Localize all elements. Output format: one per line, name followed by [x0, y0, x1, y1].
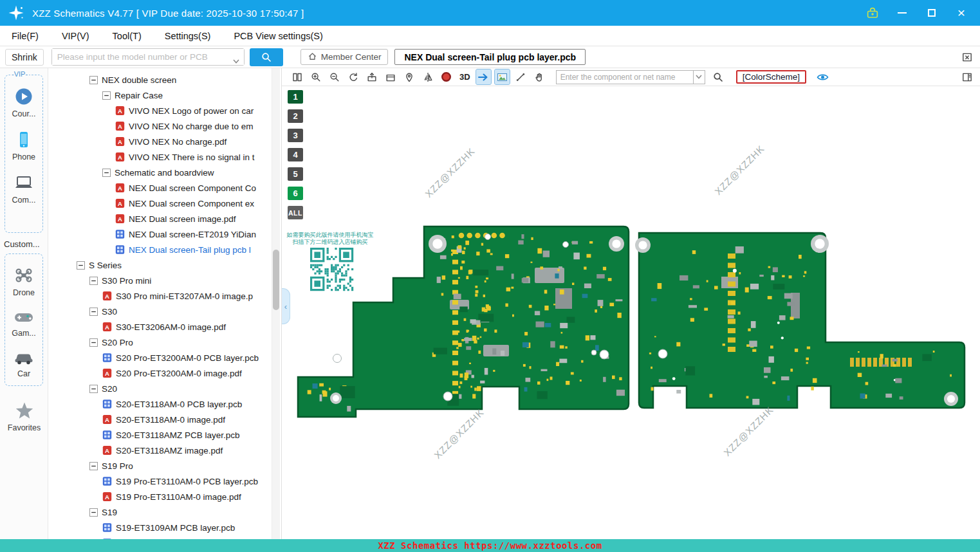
svg-text:A: A [105, 293, 109, 300]
tree-item-s30-pro-mini-et3207am-0-image-p[interactable]: AS30 Pro mini-ET3207AM-0 image.p [49, 288, 270, 304]
tree-item-s30-pro-mini[interactable]: S30 Pro mini [49, 273, 270, 288]
rail-item-com[interactable]: Com... [12, 173, 36, 205]
tree-item-s19[interactable]: S19 [49, 504, 270, 520]
rail-item-car[interactable]: Car [12, 349, 36, 378]
layer-button-4[interactable]: 4 [288, 148, 303, 161]
tree-item-s20-et3118amz-image-pdf[interactable]: AS20-ET3118AMZ image.pdf [49, 443, 270, 458]
rail-item-drone[interactable]: Drone [12, 266, 36, 297]
layer-button-2[interactable]: 2 [288, 109, 303, 123]
expander-minus-icon[interactable] [89, 277, 98, 285]
expander-minus-icon[interactable] [102, 169, 111, 177]
tree-item-s20[interactable]: S20 [49, 381, 270, 396]
chevron-down-icon[interactable] [693, 71, 705, 84]
expander-minus-icon[interactable] [77, 261, 85, 270]
flip-horizontal-icon[interactable] [420, 69, 435, 84]
tree-scrollbar[interactable] [272, 68, 280, 539]
tree-item-nex-dual-screen-component-ex[interactable]: ANEX Dual screen Component ex [49, 196, 270, 211]
3d-button[interactable]: 3D [458, 72, 472, 82]
menu-item-file[interactable]: File(F) [12, 31, 39, 41]
eye-icon[interactable] [817, 73, 829, 82]
split-view-icon[interactable] [290, 69, 304, 84]
layer-button-6[interactable]: 6 [288, 187, 303, 200]
net-search-input[interactable] [557, 71, 705, 84]
image-tool-icon[interactable] [495, 69, 510, 84]
search-button[interactable] [250, 48, 283, 66]
tree-item-s30[interactable]: S30 [49, 304, 270, 319]
close-button[interactable]: × [956, 7, 967, 19]
tree-item-nex-dual-screen-image-pdf[interactable]: ANEX Dual screen image.pdf [49, 211, 270, 226]
tree-item-vivo-nex-no-charge-pdf[interactable]: AVIVO NEX No charge.pdf [49, 134, 270, 149]
svg-text:XZZ@XZZHK: XZZ@XZZHK [432, 407, 486, 461]
chevron-down-icon[interactable] [233, 55, 239, 66]
close-panel-icon[interactable] [962, 52, 972, 62]
zoom-out-icon[interactable] [327, 69, 342, 84]
tree-item-label: Schematic and boardview [115, 168, 214, 178]
tree-item-schematic-and-boardview[interactable]: Schematic and boardview [49, 165, 270, 180]
layer-button-3[interactable]: 3 [288, 129, 303, 142]
lens-icon[interactable] [439, 69, 454, 84]
tree-item-nex-dual-screen-tail-plug-pcb-l[interactable]: NEX Dual screen-Tail plug pcb l [49, 242, 270, 257]
pan-tool-icon[interactable] [532, 69, 547, 84]
svg-text:XZZ@XZZHK: XZZ@XZZHK [423, 145, 477, 199]
expander-minus-icon[interactable] [102, 91, 111, 100]
tree-item-s20-pro[interactable]: S20 Pro [49, 335, 270, 350]
layer-button-5[interactable]: 5 [288, 167, 303, 181]
zoom-reset-icon[interactable] [346, 69, 360, 84]
tree-item-s-series[interactable]: S Series [49, 257, 270, 273]
pcb-canvas[interactable]: 如需要购买此版件请使用手机淘宝扫描下方二维码进入店铺购买XZZ@XZZHKXZZ… [282, 86, 980, 539]
tree-item-vivo-nex-there-is-no-signal-in-t[interactable]: AVIVO NEX There is no signal in t [49, 149, 270, 165]
tree-scrollbar-thumb[interactable] [273, 250, 279, 310]
tree-item-nex-dual-screen-et2019-yidian[interactable]: NEX Dual screen-ET2019 YiDian [49, 226, 270, 242]
tree-item-s20-et3118am-0-image-pdf[interactable]: AS20-ET3118AM-0 image.pdf [49, 412, 270, 427]
tree-item-vivo-nex-logo-of-power-on-car[interactable]: AVIVO NEX Logo of power on car [49, 103, 270, 118]
layer-button-1[interactable]: 1 [288, 90, 303, 104]
menu-item-settings[interactable]: Settings(S) [165, 31, 211, 41]
maximize-button[interactable] [926, 7, 938, 19]
pdf-file-icon: A [115, 152, 125, 162]
rail-item-favorites[interactable]: Favorites [0, 401, 48, 432]
expander-minus-icon[interactable] [89, 338, 98, 347]
expander-minus-icon[interactable] [89, 508, 98, 517]
expander-minus-icon[interactable] [89, 76, 98, 84]
tree-item-s20-pro-et3200am-0-image-pdf[interactable]: AS20 Pro-ET3200AM-0 image.pdf [49, 365, 270, 381]
expander-minus-icon[interactable] [89, 462, 98, 470]
tree-item-s20-et3118am-0-pcb-layer-pcb[interactable]: S20-ET3118AM-0 PCB layer.pcb [49, 396, 270, 412]
shrink-button[interactable]: Shrink [5, 49, 44, 66]
arrow-tool-icon[interactable] [476, 69, 491, 84]
rail-item-phone[interactable]: Phone [12, 130, 36, 161]
expander-minus-icon[interactable] [89, 385, 98, 393]
minimize-button[interactable] [896, 7, 908, 19]
tree-item-vivo-nex-no-charge-due-to-em[interactable]: AVIVO NEX No charge due to em [49, 118, 270, 134]
tree-item-repair-case[interactable]: Repair Case [49, 87, 270, 103]
document-tab[interactable]: NEX Dual screen-Tail plug pcb layer.pcb [394, 49, 586, 65]
tree-item-nex-dual-screen-component-co[interactable]: ANEX Dual screen Component Co [49, 180, 270, 196]
net-search-icon[interactable] [713, 72, 723, 82]
menu-item-pcb-view-settings[interactable]: PCB View settings(S) [234, 31, 322, 41]
vip-lock-icon[interactable] [867, 7, 878, 19]
tree-item-s19-et3109am-pcb-layer-pcb[interactable]: S19-ET3109AM PCB layer.pcb [49, 520, 270, 535]
tree-item-label: S19 [102, 508, 117, 517]
tree-item-nex-double-screen[interactable]: NEX double screen [49, 72, 270, 87]
layout-panels-icon[interactable] [962, 72, 972, 82]
tree-item-s30-et3206am-0-image-pdf[interactable]: AS30-ET3206AM-0 image.pdf [49, 319, 270, 335]
export-box-icon[interactable] [364, 69, 379, 84]
tree-item-s19-pro[interactable]: S19 Pro [49, 458, 270, 474]
member-center-button[interactable]: Member Center [300, 49, 389, 65]
measure-tool-icon[interactable] [513, 69, 528, 84]
rail-item-gam[interactable]: Gam... [12, 309, 36, 338]
tree-item-s20-pro-et3200am-0-pcb-layer-pcb[interactable]: S20 Pro-ET3200AM-0 PCB layer.pcb [49, 350, 270, 365]
rail-item-cour[interactable]: Cour... [12, 87, 36, 118]
layer-button-all[interactable]: ALL [288, 206, 303, 219]
tree-item-s20-et3118amz-pcb-layer-pcb[interactable]: S20-ET3118AMZ PCB layer.pcb [49, 427, 270, 443]
menu-item-vip[interactable]: VIP(V) [62, 31, 89, 41]
model-search-input[interactable] [52, 49, 244, 65]
colorscheme-button[interactable]: [ColorScheme] [736, 70, 806, 84]
import-box-icon[interactable] [383, 69, 398, 84]
tree-item-s19-pro-et3110am-0-pcb-layer-pcb[interactable]: S19 Pro-ET3110AM-0 PCB layer.pcb [49, 474, 270, 489]
tree-item-s19-pro-et3110am-0-image-pdf[interactable]: AS19 Pro-ET3110AM-0 image.pdf [49, 489, 270, 504]
collapse-tree-handle[interactable]: ‹ [282, 288, 290, 324]
menu-item-tool[interactable]: Tool(T) [113, 31, 142, 41]
expander-minus-icon[interactable] [89, 308, 98, 316]
pin-icon[interactable] [402, 69, 416, 84]
zoom-in-icon[interactable] [308, 69, 323, 84]
